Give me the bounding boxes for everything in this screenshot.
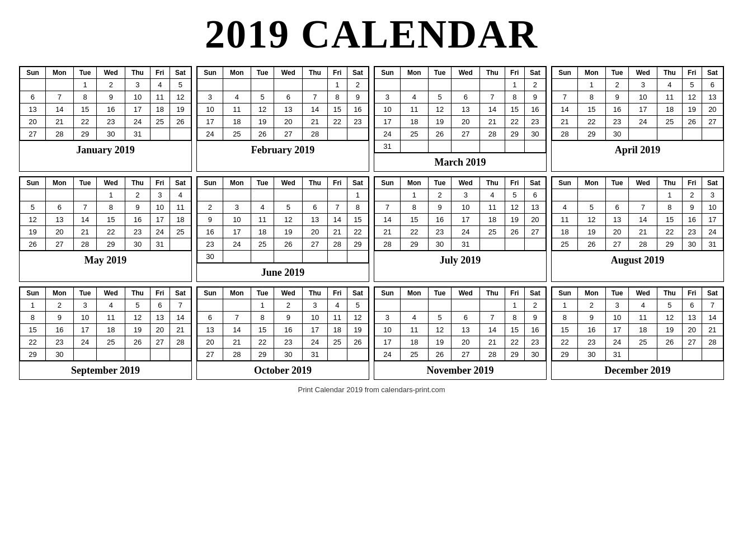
month-name: September 2019 — [20, 361, 191, 379]
day-cell: 18 — [480, 214, 505, 226]
day-cell — [20, 189, 46, 201]
day-cell — [400, 79, 428, 91]
day-cell — [97, 349, 125, 361]
day-cell: 26 — [274, 238, 303, 251]
day-cell: 16 — [577, 324, 605, 336]
day-cell: 20 — [197, 336, 223, 349]
day-cell — [347, 349, 368, 361]
day-cell: 17 — [125, 103, 151, 116]
day-header: Sun — [197, 288, 223, 299]
day-header: Sun — [552, 67, 578, 79]
day-cell: 26 — [347, 336, 368, 349]
day-cell: 27 — [45, 238, 73, 251]
day-cell: 9 — [524, 312, 546, 324]
day-cell: 1 — [327, 79, 347, 91]
day-cell: 2 — [197, 201, 223, 214]
day-header: Wed — [629, 288, 657, 299]
day-cell — [274, 79, 303, 91]
month-block: SunMonTueWedThuFriSat1234567891011121314… — [19, 176, 192, 282]
day-cell: 3 — [605, 299, 629, 312]
day-header: Tue — [605, 177, 629, 189]
day-cell: 6 — [452, 91, 480, 103]
day-cell: 30 — [605, 128, 629, 140]
day-cell: 29 — [97, 238, 125, 251]
day-header: Sun — [375, 67, 401, 79]
day-header: Wed — [97, 288, 125, 299]
day-cell: 18 — [629, 324, 657, 336]
day-cell: 15 — [505, 324, 524, 336]
day-cell: 28 — [327, 238, 347, 251]
day-cell: 26 — [251, 128, 274, 140]
day-cell: 11 — [657, 91, 683, 103]
day-header: Mon — [223, 288, 251, 299]
day-cell: 22 — [505, 336, 524, 349]
day-cell: 23 — [45, 336, 73, 349]
day-cell: 25 — [480, 226, 505, 238]
day-cell: 4 — [251, 201, 274, 214]
day-cell: 27 — [274, 128, 303, 140]
day-cell — [629, 349, 657, 361]
day-header: Sat — [170, 288, 191, 299]
day-cell: 14 — [375, 214, 401, 226]
day-cell: 4 — [552, 201, 578, 214]
day-cell: 7 — [375, 201, 401, 214]
day-cell — [428, 140, 452, 153]
day-cell: 28 — [702, 336, 723, 349]
day-cell: 31 — [303, 349, 328, 361]
day-header: Mon — [577, 288, 605, 299]
day-cell: 10 — [223, 214, 251, 226]
day-cell: 8 — [505, 312, 524, 324]
day-cell: 10 — [375, 103, 401, 116]
day-cell: 18 — [223, 116, 251, 128]
day-cell: 16 — [347, 103, 368, 116]
day-cell: 14 — [327, 214, 347, 226]
day-cell: 28 — [375, 238, 401, 251]
day-cell: 3 — [375, 312, 401, 324]
day-cell: 27 — [452, 349, 480, 361]
day-cell: 2 — [428, 189, 452, 201]
day-cell: 4 — [327, 299, 347, 312]
day-cell: 21 — [552, 116, 578, 128]
day-cell: 22 — [552, 336, 578, 349]
day-cell: 7 — [702, 299, 723, 312]
day-cell: 3 — [375, 91, 401, 103]
day-cell: 10 — [73, 312, 97, 324]
day-cell: 28 — [480, 349, 505, 361]
day-cell: 29 — [505, 128, 524, 140]
day-cell: 21 — [629, 226, 657, 238]
day-cell: 13 — [197, 324, 223, 336]
day-cell — [170, 349, 191, 361]
day-cell: 3 — [223, 201, 251, 214]
day-cell: 31 — [452, 238, 480, 251]
month-block: SunMonTueWedThuFriSat1234567891011121314… — [19, 286, 192, 380]
day-cell: 2 — [524, 299, 546, 312]
day-cell: 6 — [702, 79, 723, 91]
day-header: Wed — [452, 67, 480, 79]
day-cell: 23 — [682, 226, 702, 238]
day-cell: 22 — [73, 116, 97, 128]
day-cell — [170, 128, 191, 140]
day-cell: 14 — [702, 312, 723, 324]
day-cell: 17 — [197, 116, 223, 128]
day-cell: 21 — [480, 336, 505, 349]
month-name: December 2019 — [552, 361, 723, 379]
day-cell: 30 — [682, 238, 702, 251]
day-cell: 6 — [682, 299, 702, 312]
day-header: Mon — [45, 177, 73, 189]
day-cell: 9 — [605, 91, 629, 103]
day-cell: 27 — [682, 336, 702, 349]
day-cell: 14 — [480, 324, 505, 336]
day-header: Mon — [45, 288, 73, 299]
day-header: Fri — [505, 288, 524, 299]
day-cell: 9 — [125, 201, 151, 214]
day-cell: 28 — [303, 128, 328, 140]
day-cell — [73, 349, 97, 361]
month-block: SunMonTueWedThuFriSat1234567891011121314… — [196, 66, 369, 172]
day-cell: 17 — [73, 324, 97, 336]
day-header: Sun — [375, 177, 401, 189]
day-cell: 2 — [45, 299, 73, 312]
day-cell: 29 — [552, 349, 578, 361]
day-cell: 25 — [251, 238, 274, 251]
day-cell: 7 — [327, 201, 347, 214]
day-cell: 1 — [505, 299, 524, 312]
